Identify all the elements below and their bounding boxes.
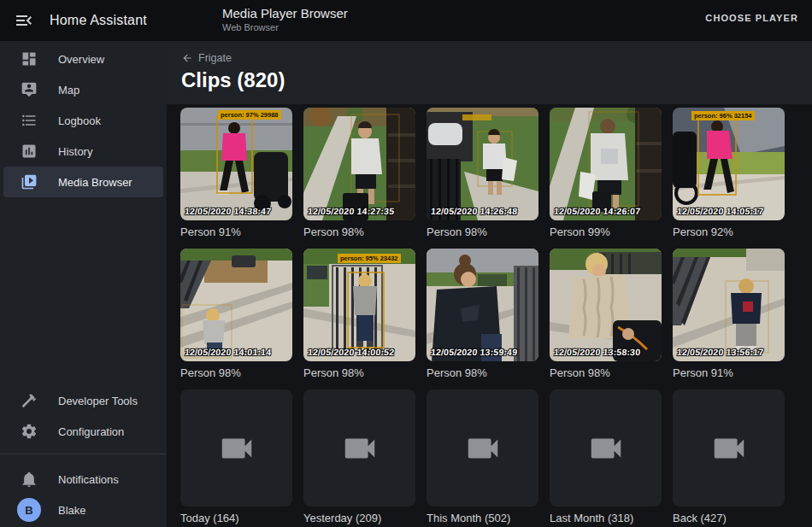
page-title: Clips (820) <box>181 68 285 92</box>
page-header-subtitle: Web Browser <box>222 22 348 32</box>
sidebar-item-overview[interactable]: Overview <box>3 44 163 74</box>
folder-label: Yesterday (209) <box>303 512 415 525</box>
clip-thumbnail[interactable]: 12/05/2020 14:26:48 Person 98% <box>427 108 538 239</box>
clips-grid: person: 97% 29988 12/05/2020 14:38:47 Pe… <box>167 104 812 527</box>
clip-thumbnail[interactable]: 12/05/2020 13:59:49 Person 98% <box>427 249 538 380</box>
folder-tile-this-month[interactable]: This Month (502) <box>427 389 538 525</box>
clip-caption: Person 98% <box>427 366 538 380</box>
folder-icon-box <box>427 389 538 507</box>
folder-label: Back (427) <box>673 512 785 525</box>
video-camera-icon <box>586 429 626 468</box>
clip-thumbnail[interactable]: 12/05/2020 14:01:14 Person 98% <box>180 249 292 380</box>
clip-thumbnail[interactable]: 12/05/2020 13:58:30 Person 98% <box>550 249 662 380</box>
clip-timestamp: 12/05/2020 13:56:17 <box>676 347 763 357</box>
sidebar-item-media-browser[interactable]: Media Browser <box>3 167 163 197</box>
sidebar-divider <box>0 454 167 454</box>
clip-timestamp: 12/05/2020 14:38:47 <box>184 206 271 216</box>
clip-caption: Person 98% <box>180 366 292 380</box>
choose-player-button[interactable]: CHOOSE PLAYER <box>705 13 798 23</box>
sidebar-item-history[interactable]: History <box>3 136 163 167</box>
sidebar-item-label: Developer Tools <box>58 395 138 407</box>
clip-timestamp: 12/05/2020 14:00:52 <box>307 347 394 357</box>
video-camera-icon <box>217 429 256 468</box>
clip-caption: Person 92% <box>673 225 785 239</box>
hammer-icon <box>21 392 38 409</box>
clip-caption: Person 99% <box>550 225 662 239</box>
clip-timestamp: 12/05/2020 14:26:48 <box>430 206 517 216</box>
clip-thumbnail[interactable]: 12/05/2020 13:56:17 Person 91% <box>673 249 785 380</box>
app-header: Home Assistant Media Player Browser Web … <box>0 0 812 41</box>
clip-caption: Person 91% <box>673 366 785 380</box>
play-box-multiple-icon <box>21 173 38 190</box>
clip-image: 12/05/2020 13:56:17 <box>673 249 785 361</box>
clip-thumbnail[interactable]: person: 95% 23432 12/05/2020 14:00:52 Pe… <box>303 249 415 380</box>
clip-timestamp: 12/05/2020 13:59:49 <box>430 347 517 357</box>
bell-icon <box>21 471 38 488</box>
arrow-left-icon <box>181 52 193 64</box>
view-dashboard-icon <box>21 50 38 67</box>
clip-thumbnail[interactable]: 12/05/2020 14:27:35 Person 98% <box>303 108 415 239</box>
clip-timestamp: 12/05/2020 14:01:14 <box>184 347 271 357</box>
sidebar-item-label: Logbook <box>58 114 101 127</box>
folder-label: Today (164) <box>180 512 292 525</box>
video-camera-icon <box>463 429 503 468</box>
clip-thumbnail[interactable]: person: 97% 29988 12/05/2020 14:38:47 Pe… <box>180 108 292 239</box>
clip-caption: Person 98% <box>550 366 662 380</box>
page-header-title: Media Player Browser <box>222 6 348 20</box>
folder-tile-last-month[interactable]: Last Month (318) <box>550 389 662 525</box>
sidebar-item-configuration[interactable]: Configuration <box>3 416 163 447</box>
sidebar-item-label: Map <box>58 84 79 97</box>
folder-label: Last Month (318) <box>550 512 662 525</box>
clip-timestamp: 12/05/2020 14:26:07 <box>553 206 640 216</box>
sidebar-item-map[interactable]: Map <box>3 74 163 105</box>
content-header: Frigate Clips (820) <box>167 41 812 104</box>
clip-caption: Person 98% <box>303 225 415 239</box>
clip-image: 12/05/2020 14:26:48 <box>427 108 538 220</box>
list-bulleted-icon <box>21 112 38 129</box>
app-title: Home Assistant <box>50 13 147 28</box>
folder-label: This Month (502) <box>427 512 538 525</box>
clip-caption: Person 91% <box>180 225 292 239</box>
clip-timestamp: 12/05/2020 14:05:17 <box>676 206 763 216</box>
clip-image: 12/05/2020 14:01:14 <box>180 249 292 361</box>
tooltip-account-icon <box>21 81 38 98</box>
sidebar-item-notifications[interactable]: Notifications <box>3 464 163 495</box>
folder-tile-yesterday[interactable]: Yesterday (209) <box>303 389 415 525</box>
clip-image: person: 96% 32154 12/05/2020 14:05:17 <box>673 108 785 220</box>
sidebar-item-label: Configuration <box>58 425 124 438</box>
clip-thumbnail[interactable]: person: 96% 32154 12/05/2020 14:05:17 Pe… <box>673 108 785 239</box>
clip-image: 12/05/2020 13:58:30 <box>550 249 662 361</box>
video-camera-icon <box>709 429 749 468</box>
breadcrumb-label: Frigate <box>198 52 232 64</box>
folder-icon-box <box>673 389 785 507</box>
clip-image: 12/05/2020 14:26:07 <box>550 108 662 220</box>
clip-timestamp: 12/05/2020 13:58:30 <box>553 347 640 357</box>
clip-image: 12/05/2020 14:27:35 <box>303 108 415 220</box>
folder-icon-box <box>303 389 415 507</box>
folder-icon-box <box>550 389 662 507</box>
clip-timestamp: 12/05/2020 14:27:35 <box>307 206 394 216</box>
folder-icon-box <box>180 389 292 507</box>
detection-label: person: 97% 29988 <box>218 110 281 120</box>
folder-tile-back[interactable]: Back (427) <box>673 389 785 525</box>
sidebar-item-label: Media Browser <box>58 176 132 189</box>
detection-label: person: 96% 32154 <box>691 111 755 120</box>
sidebar-toggle-icon[interactable] <box>14 10 34 31</box>
sidebar-item-label: Notifications <box>58 473 119 486</box>
sidebar-item-user-profile[interactable]: B Blake <box>3 495 163 525</box>
clip-caption: Person 98% <box>427 225 538 239</box>
sidebar-item-label: Blake <box>58 504 86 517</box>
clip-image: person: 95% 23432 12/05/2020 14:00:52 <box>303 249 415 361</box>
video-camera-icon <box>340 429 380 468</box>
sidebar-item-developer-tools[interactable]: Developer Tools <box>3 385 163 416</box>
sidebar-item-logbook[interactable]: Logbook <box>3 105 163 136</box>
clip-image: person: 97% 29988 12/05/2020 14:38:47 <box>180 108 292 220</box>
sidebar-item-label: Overview <box>58 53 104 66</box>
clip-thumbnail[interactable]: 12/05/2020 14:26:07 Person 99% <box>550 108 662 239</box>
folder-tile-today[interactable]: Today (164) <box>180 389 292 525</box>
sidebar: Overview Map Logbook History Media Brows… <box>0 41 167 527</box>
gear-icon <box>21 423 38 440</box>
breadcrumb-back[interactable]: Frigate <box>181 52 232 64</box>
avatar: B <box>17 498 41 522</box>
sidebar-item-label: History <box>58 145 92 158</box>
